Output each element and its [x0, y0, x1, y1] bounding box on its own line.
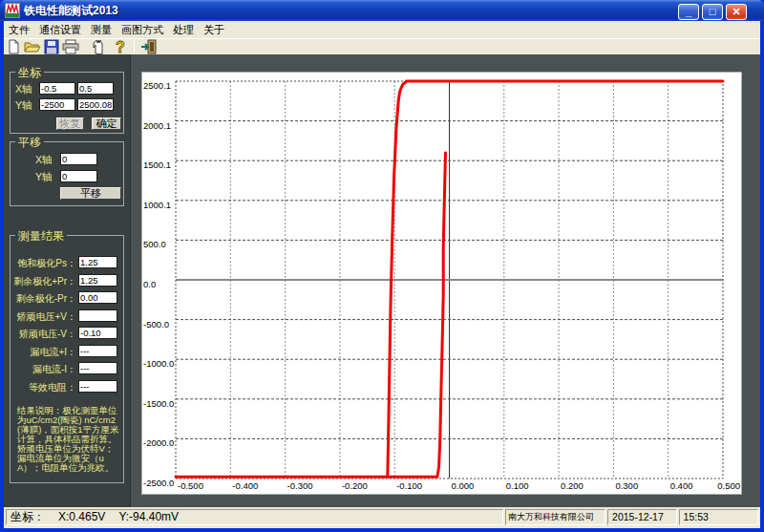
pan-y-label: Y轴: [35, 171, 53, 184]
menu-bar: 文件 通信设置 测量 画图方式 处理 关于: [4, 21, 760, 38]
svg-text:0.000: 0.000: [452, 480, 475, 491]
svg-text:0.200: 0.200: [561, 480, 584, 491]
svg-text:0.500: 0.500: [717, 480, 740, 491]
status-coords-label: 坐标：: [11, 510, 45, 523]
svg-text:-2500.0: -2500.0: [143, 478, 174, 488]
status-time: 15:53: [679, 509, 758, 525]
coords-group-title: 坐标: [15, 65, 44, 81]
menu-measure[interactable]: 测量: [86, 22, 117, 38]
menu-plot-mode[interactable]: 画图方式: [117, 22, 168, 38]
result-leak-pos-input[interactable]: [78, 345, 117, 357]
result-label-leak-pos: 漏电流+I：: [30, 346, 76, 359]
coords-y-max-input[interactable]: [77, 98, 114, 111]
coords-y-min-input[interactable]: [39, 98, 75, 111]
control-panel: 坐标 X轴 Y轴 恢复 确定 平移 X轴 Y轴 平移 测量结果 饱和极化: [4, 54, 131, 507]
svg-text:?: ?: [116, 39, 125, 54]
minimize-button[interactable]: _: [678, 4, 699, 20]
menu-comm-settings[interactable]: 通信设置: [34, 22, 86, 38]
svg-text:0.100: 0.100: [506, 480, 529, 491]
pan-button[interactable]: 平移: [60, 187, 121, 200]
results-group: 测量结果 饱和极化Ps： 剩余极化+Pr： 剩余极化-Pr： 矫顽电压+V： 矫…: [10, 235, 124, 483]
toolbar: ?: [4, 38, 760, 54]
title-bar[interactable]: 铁电性能测试2013 _ □ ✕: [0, 0, 764, 21]
print-icon[interactable]: [61, 39, 80, 54]
svg-text:2000.1: 2000.1: [143, 120, 171, 131]
svg-text:-0.400: -0.400: [232, 480, 258, 491]
result-label-pr-pos: 剩余极化+Pr：: [13, 275, 76, 288]
status-date: 2015-12-17: [607, 509, 677, 525]
svg-text:0.0: 0.0: [143, 279, 156, 289]
coords-x-min-input[interactable]: [39, 82, 75, 95]
toolbar-separator: [134, 40, 135, 54]
result-label-vc-pos: 矫顽电压+V：: [16, 310, 76, 324]
result-vc-pos-input[interactable]: [78, 309, 117, 322]
app-icon: [5, 3, 20, 18]
svg-text:-2000.0: -2000.0: [143, 437, 174, 448]
result-ps-input[interactable]: [78, 256, 117, 268]
app-window: 铁电性能测试2013 _ □ ✕ 文件 通信设置 测量 画图方式 处理 关于: [0, 0, 764, 532]
coords-y-label: Y轴: [15, 99, 32, 113]
svg-text:-1000.0: -1000.0: [143, 358, 174, 369]
svg-text:500.0: 500.0: [143, 239, 166, 249]
status-x-value: X:0.465V: [58, 510, 105, 523]
pan-group: 平移 X轴 Y轴 平移: [10, 141, 124, 206]
maximize-button[interactable]: □: [702, 4, 723, 20]
svg-text:-0.200: -0.200: [342, 480, 368, 491]
restore-button[interactable]: 恢复: [56, 117, 84, 130]
result-label-ps: 饱和极化Ps：: [17, 257, 76, 270]
chart-panel: -0.500-0.400-0.300-0.200-0.1000.0000.100…: [141, 72, 742, 495]
pan-x-input[interactable]: [60, 153, 97, 165]
svg-text:-500.0: -500.0: [143, 319, 169, 330]
menu-about[interactable]: 关于: [199, 22, 229, 38]
svg-text:2500.1: 2500.1: [143, 80, 171, 91]
open-icon[interactable]: [23, 39, 42, 54]
exit-icon[interactable]: [139, 39, 159, 54]
svg-text:-0.300: -0.300: [287, 480, 313, 491]
result-pr-neg-input[interactable]: [78, 291, 117, 304]
menu-process[interactable]: 处理: [168, 22, 199, 38]
svg-text:-1500.0: -1500.0: [143, 398, 174, 409]
close-button[interactable]: ✕: [726, 4, 747, 20]
svg-text:1000.1: 1000.1: [143, 200, 171, 210]
svg-text:0.300: 0.300: [615, 480, 638, 491]
help-icon[interactable]: ?: [111, 39, 130, 54]
result-resistance-input[interactable]: [78, 380, 117, 393]
client-area: 坐标 X轴 Y轴 恢复 确定 平移 X轴 Y轴 平移 测量结果 饱和极化: [4, 54, 760, 507]
svg-text:1500.1: 1500.1: [143, 160, 171, 170]
svg-text:-0.500: -0.500: [178, 480, 203, 491]
result-label-vc-neg: 矫顽电压-V：: [19, 328, 76, 341]
menu-file[interactable]: 文件: [4, 22, 34, 38]
coords-x-max-input[interactable]: [77, 82, 114, 95]
pan-x-label: X轴: [35, 154, 53, 167]
result-label-pr-neg: 剩余极化-Pr：: [16, 292, 76, 306]
status-coords: 坐标：X:0.465VY:-94.40mV: [6, 509, 503, 525]
results-note: 结果说明：极化测量单位为uC/cm2(陶瓷) nC/cm2(薄膜)，面积按1平方…: [17, 406, 120, 473]
status-y-value: Y:-94.40mV: [118, 510, 179, 523]
confirm-button[interactable]: 确定: [92, 117, 121, 130]
pan-y-input[interactable]: [60, 170, 97, 182]
result-label-leak-neg: 漏电流-I：: [32, 363, 76, 376]
hand-icon[interactable]: [88, 39, 107, 54]
save-icon[interactable]: [42, 39, 61, 54]
svg-text:-0.100: -0.100: [396, 480, 422, 491]
result-vc-neg-input[interactable]: [78, 327, 117, 339]
coords-group: 坐标 X轴 Y轴 恢复 确定: [10, 72, 124, 134]
pan-group-title: 平移: [15, 135, 44, 151]
svg-text:0.400: 0.400: [670, 480, 693, 491]
result-label-resistance: 等效电阻：: [29, 381, 76, 394]
results-group-title: 测量结果: [15, 228, 67, 245]
status-bar: 坐标：X:0.465VY:-94.40mV 南大万和科技有限公司 2015-12…: [4, 507, 760, 528]
chart-svg[interactable]: -0.500-0.400-0.300-0.200-0.1000.0000.100…: [142, 73, 741, 494]
result-pr-pos-input[interactable]: [78, 274, 117, 287]
result-leak-neg-input[interactable]: [78, 362, 117, 374]
new-icon[interactable]: [4, 39, 23, 54]
window-title: 铁电性能测试2013: [24, 3, 118, 19]
coords-x-label: X轴: [15, 83, 32, 96]
status-company: 南大万和科技有限公司: [505, 509, 605, 525]
